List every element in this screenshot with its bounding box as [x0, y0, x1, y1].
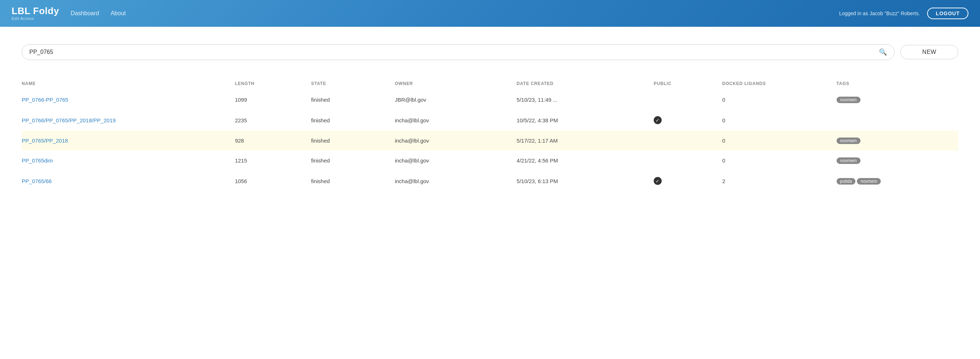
col-header-docked: DOCKED LIGANDS	[722, 78, 836, 90]
row-length: 928	[235, 131, 311, 151]
row-date-created: 4/21/22, 4:56 PM	[517, 151, 654, 170]
row-tags: putidanovmem	[837, 170, 958, 191]
row-name-link[interactable]: PP_0765dim	[22, 157, 53, 164]
row-docked-ligands: 0	[722, 151, 836, 170]
row-date-created: 5/17/22, 1:17 AM	[517, 131, 654, 151]
col-header-name: NAME	[22, 78, 235, 90]
nav-dashboard[interactable]: Dashboard	[71, 10, 99, 17]
public-check-icon: ✓	[654, 177, 662, 185]
row-public: ✓	[654, 170, 722, 191]
col-header-tags: TAGS	[837, 78, 958, 90]
header: LBL Foldy Edit Access Dashboard About Lo…	[0, 0, 980, 27]
row-name-link[interactable]: PP_0766/PP_0765/PP_2018/PP_2019	[22, 117, 116, 123]
row-owner: JBR@lbl.gov	[395, 90, 516, 110]
public-check-icon: ✓	[654, 116, 662, 124]
main-content: 🔍 NEW NAME LENGTH STATE OWNER DATE CREAT…	[0, 27, 980, 359]
search-wrapper: 🔍	[22, 44, 894, 60]
row-length: 1099	[235, 90, 311, 110]
row-public	[654, 131, 722, 151]
row-date-created: 5/10/23, 6:13 PM	[517, 170, 654, 191]
tag-badge: novmem	[837, 97, 861, 103]
search-input[interactable]	[29, 49, 879, 56]
logo-main: LBL Foldy	[11, 6, 59, 16]
logo: LBL Foldy Edit Access	[11, 6, 59, 21]
search-icon: 🔍	[879, 48, 887, 56]
row-public: ✓	[654, 110, 722, 131]
col-header-state: STATE	[311, 78, 395, 90]
logo-sub: Edit Access	[11, 16, 59, 21]
row-docked-ligands: 0	[722, 90, 836, 110]
row-state: finished	[311, 151, 395, 170]
row-owner: incha@lbl.gov	[395, 151, 516, 170]
row-state: finished	[311, 90, 395, 110]
row-owner: incha@lbl.gov	[395, 131, 516, 151]
row-date-created: 10/5/22, 4:38 PM	[517, 110, 654, 131]
table-row: PP_0765dim1215finishedincha@lbl.gov4/21/…	[22, 151, 958, 170]
row-tags	[837, 110, 958, 131]
table-row: PP_0766/PP_0765/PP_2018/PP_20192235finis…	[22, 110, 958, 131]
row-state: finished	[311, 131, 395, 151]
row-owner: incha@lbl.gov	[395, 110, 516, 131]
row-tags: novmem	[837, 90, 958, 110]
table-header: NAME LENGTH STATE OWNER DATE CREATED PUB…	[22, 78, 958, 90]
row-tags: novmem	[837, 151, 958, 170]
col-header-length: LENGTH	[235, 78, 311, 90]
row-length: 2235	[235, 110, 311, 131]
col-header-date: DATE CREATED	[517, 78, 654, 90]
nav-about[interactable]: About	[110, 10, 126, 17]
row-docked-ligands: 2	[722, 170, 836, 191]
row-date-created: 5/10/23, 11:49 ...	[517, 90, 654, 110]
new-button[interactable]: NEW	[900, 45, 958, 59]
logout-button[interactable]: LOGOUT	[927, 8, 969, 19]
row-public	[654, 90, 722, 110]
tag-badge: novmem	[837, 138, 861, 144]
tag-badge: novmem	[837, 157, 861, 164]
table-row: PP_0765/661056finishedincha@lbl.gov5/10/…	[22, 170, 958, 191]
tag-badge: putida	[837, 178, 856, 184]
tag-badge: novmem	[857, 178, 881, 184]
row-length: 1056	[235, 170, 311, 191]
table-row: PP_0765/PP_2018928finishedincha@lbl.gov5…	[22, 131, 958, 151]
col-header-owner: OWNER	[395, 78, 516, 90]
row-name-link[interactable]: PP_0766-PP_0765	[22, 97, 68, 103]
results-table: NAME LENGTH STATE OWNER DATE CREATED PUB…	[22, 78, 958, 191]
header-right: Logged in as Jacob "Buzz" Roberts. LOGOU…	[839, 8, 969, 19]
row-docked-ligands: 0	[722, 110, 836, 131]
row-name-link[interactable]: PP_0765/PP_2018	[22, 138, 68, 144]
row-docked-ligands: 0	[722, 131, 836, 151]
row-state: finished	[311, 110, 395, 131]
row-public	[654, 151, 722, 170]
row-owner: incha@lbl.gov	[395, 170, 516, 191]
search-row: 🔍 NEW	[22, 44, 958, 60]
table-body: PP_0766-PP_07651099finishedJBR@lbl.gov5/…	[22, 90, 958, 191]
table-row: PP_0766-PP_07651099finishedJBR@lbl.gov5/…	[22, 90, 958, 110]
row-length: 1215	[235, 151, 311, 170]
row-state: finished	[311, 170, 395, 191]
row-name-link[interactable]: PP_0765/66	[22, 178, 52, 184]
logged-in-user: Logged in as Jacob "Buzz" Roberts.	[839, 11, 920, 16]
main-nav: Dashboard About	[71, 10, 126, 17]
col-header-public: PUBLIC	[654, 78, 722, 90]
row-tags: novmem	[837, 131, 958, 151]
